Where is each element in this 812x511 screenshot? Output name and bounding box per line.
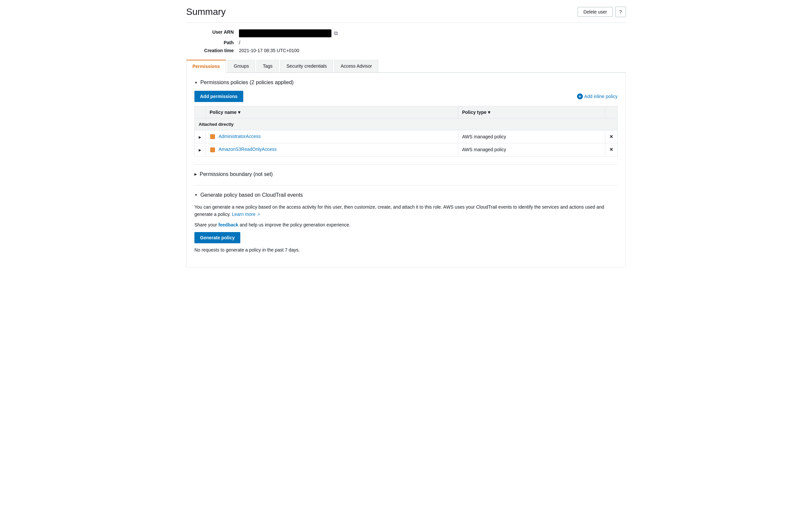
tab-permissions[interactable]: Permissions: [186, 60, 226, 73]
col-header-policy-type[interactable]: Policy type ▾: [458, 106, 605, 118]
user-arn-value: ⧉: [239, 29, 338, 37]
path-row: Path /: [186, 40, 626, 45]
page-header: Summary Delete user ?: [186, 7, 626, 23]
path-value: /: [239, 40, 240, 45]
policy-name-cell-1: AdministratorAccess: [206, 131, 458, 143]
page-title: Summary: [186, 7, 226, 17]
svg-rect-2: [211, 136, 213, 138]
remove-icon-1[interactable]: ✕: [609, 134, 613, 139]
permissions-policies-title: Permissions policies (2 policies applied…: [200, 80, 294, 85]
attached-directly-label: Attached directly: [195, 118, 617, 131]
help-button[interactable]: ?: [615, 7, 626, 17]
policy-name-sort[interactable]: Policy name ▾: [210, 110, 240, 115]
user-arn-label: User ARN: [186, 29, 239, 35]
policy-type-label: Policy type: [462, 110, 487, 115]
policy-table: Policy name ▾ Policy type ▾: [195, 106, 617, 157]
tab-access-advisor[interactable]: Access Advisor: [335, 60, 378, 72]
section-divider-1: [195, 164, 617, 165]
page-container: Summary Delete user ? User ARN ⧉ Path / …: [178, 0, 634, 274]
user-arn-row: User ARN ⧉: [186, 29, 626, 37]
policy-icon-1: [210, 134, 215, 140]
policy-name-cell-2: AmazonS3ReadOnlyAccess: [206, 143, 458, 156]
tab-content-area: ▼ Permissions policies (2 policies appli…: [186, 73, 626, 267]
administrator-access-link[interactable]: AdministratorAccess: [219, 134, 261, 139]
attached-directly-group-row: Attached directly: [195, 118, 617, 131]
remove-cell-1[interactable]: ✕: [605, 131, 617, 143]
cloudtrail-title: Generate policy based on CloudTrail even…: [200, 192, 303, 198]
creation-time-label: Creation time: [186, 48, 239, 53]
add-inline-policy-link[interactable]: + Add inline policy: [577, 93, 617, 100]
plus-circle-icon: +: [577, 93, 583, 100]
remove-cell-2[interactable]: ✕: [605, 143, 617, 156]
col-header-checkbox: [195, 106, 206, 118]
cloudtrail-section: ▼ Generate policy based on CloudTrail ev…: [195, 192, 617, 253]
policy-icon-2: [210, 147, 215, 153]
table-row: ▶ AdministratorAccess AWS managed policy: [195, 131, 617, 143]
permissions-boundary-header[interactable]: ▶ Permissions boundary (not set): [195, 171, 617, 177]
arn-redacted-block: [239, 29, 331, 37]
sort-icon: ▾: [238, 110, 240, 115]
delete-user-button[interactable]: Delete user: [578, 7, 613, 17]
svg-rect-5: [211, 149, 213, 150]
add-inline-label: Add inline policy: [584, 94, 617, 99]
chevron-down-icon-2: ▼: [195, 193, 198, 197]
chevron-right-icon: ▶: [195, 172, 197, 176]
feedback-row: Share your feedback and help us improve …: [195, 221, 617, 228]
expand-cell-2[interactable]: ▶: [195, 143, 206, 156]
permissions-policies-section: ▼ Permissions policies (2 policies appli…: [195, 80, 617, 157]
copy-arn-icon[interactable]: ⧉: [334, 30, 338, 36]
amazon-s3-readonly-link[interactable]: AmazonS3ReadOnlyAccess: [219, 147, 277, 152]
policy-actions-row: Add permissions + Add inline policy: [195, 91, 617, 102]
cloudtrail-section-header[interactable]: ▼ Generate policy based on CloudTrail ev…: [195, 192, 617, 198]
expand-icon-2[interactable]: ▶: [199, 148, 201, 152]
no-requests-text: No requests to generate a policy in the …: [195, 247, 617, 253]
external-link-icon: ↗: [257, 212, 260, 217]
tabs-container: Permissions Groups Tags Security credent…: [186, 60, 626, 73]
col-header-remove: [605, 106, 617, 118]
table-row: ▶ AmazonS3ReadOnlyAccess AWS managed pol…: [195, 143, 617, 156]
permissions-boundary-title: Permissions boundary (not set): [200, 171, 273, 177]
chevron-down-icon: ▼: [195, 81, 198, 85]
expand-icon-1[interactable]: ▶: [199, 135, 201, 139]
remove-icon-2[interactable]: ✕: [609, 147, 613, 152]
header-actions: Delete user ?: [578, 7, 626, 17]
policy-type-cell-1: AWS managed policy: [458, 131, 605, 143]
col-header-policy-name[interactable]: Policy name ▾: [206, 106, 458, 118]
policy-type-cell-2: AWS managed policy: [458, 143, 605, 156]
add-permissions-button[interactable]: Add permissions: [195, 91, 243, 102]
policy-type-sort[interactable]: Policy type ▾: [462, 110, 490, 115]
permissions-policies-header[interactable]: ▼ Permissions policies (2 policies appli…: [195, 80, 617, 85]
feedback-link[interactable]: feedback: [218, 222, 238, 227]
tab-groups[interactable]: Groups: [227, 60, 255, 72]
section-divider-2: [195, 185, 617, 186]
path-label: Path: [186, 40, 239, 45]
permissions-boundary-section: ▶ Permissions boundary (not set): [195, 171, 617, 177]
expand-cell-1[interactable]: ▶: [195, 131, 206, 143]
creation-time-value: 2021-10-17 08:35 UTC+0100: [239, 48, 299, 53]
generate-policy-button[interactable]: Generate policy: [195, 232, 240, 243]
summary-table: User ARN ⧉ Path / Creation time 2021-10-…: [186, 29, 626, 53]
creation-time-row: Creation time 2021-10-17 08:35 UTC+0100: [186, 48, 626, 53]
tab-security-credentials[interactable]: Security credentials: [280, 60, 333, 72]
cloudtrail-description: You can generate a new policy based on t…: [195, 203, 617, 218]
policy-name-label: Policy name: [210, 110, 237, 115]
tab-tags[interactable]: Tags: [257, 60, 279, 72]
learn-more-link[interactable]: Learn more ↗: [232, 211, 260, 217]
sort-icon-type: ▾: [488, 110, 490, 115]
